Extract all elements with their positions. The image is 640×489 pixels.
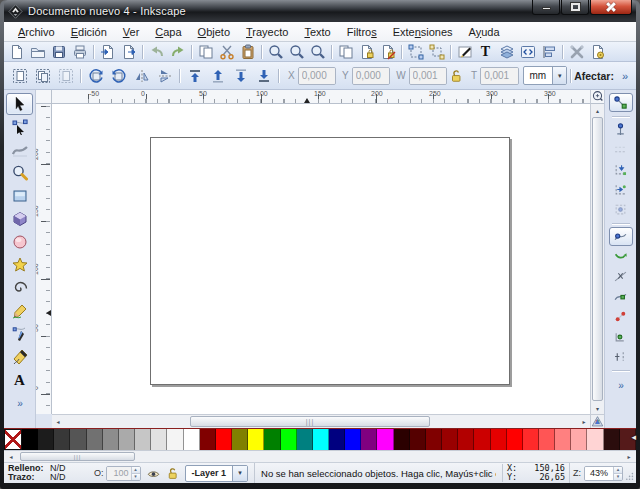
palette-swatch[interactable] [313,429,329,450]
menu-filtros[interactable]: Filtros [339,24,385,40]
import-button[interactable] [97,43,118,61]
snap-bounding-box-button[interactable] [609,120,633,139]
palette-swatch[interactable] [377,429,393,450]
vertical-ruler[interactable]: 200 150 100 50 0 [36,104,52,414]
snap-bbox-centers-button[interactable] [609,200,633,219]
scroll-left-icon[interactable]: ◂ [52,415,64,428]
maximize-button[interactable] [561,0,589,15]
palette-swatch[interactable] [87,429,103,450]
palette-swatch[interactable] [555,429,571,450]
opacity-spin-buttons[interactable]: ▴▾ [131,467,140,480]
menu-extensiones[interactable]: Extensiones [385,24,461,40]
palette-swatch[interactable] [135,429,151,450]
palette-swatch[interactable] [119,429,135,450]
palette-scroll-icon[interactable]: ◂ [631,432,636,442]
toolbox-overflow-button[interactable]: » [17,398,22,409]
select-all-layers-button[interactable] [31,65,54,87]
select-all-button[interactable] [8,65,31,87]
snap-smooth-nodes-button[interactable] [609,307,633,326]
palette-swatch[interactable] [604,429,620,450]
align-distribute-button[interactable] [538,43,559,61]
scroll-up-icon[interactable]: ▴ [591,104,604,116]
palette-swatch[interactable] [474,429,490,450]
duplicate-button[interactable] [335,43,356,61]
tool-text[interactable]: A [6,369,33,391]
flip-horizontal-button[interactable] [130,65,153,87]
palette-scroll-left-icon[interactable]: ◂ [4,451,18,462]
deselect-button[interactable] [54,65,77,87]
snap-paths-button[interactable] [609,247,633,266]
tool-calligraphy[interactable] [6,346,33,368]
group-button[interactable] [405,43,426,61]
tool-tweak[interactable] [6,139,33,161]
undo-button[interactable] [146,43,167,61]
export-button[interactable] [118,43,139,61]
tool-node-editor[interactable] [6,116,33,138]
snap-nodes-button[interactable] [609,227,633,246]
lower-button[interactable] [229,65,252,87]
vertical-scrollbar[interactable]: ▴ ▾ [590,104,604,414]
text-dialog-button[interactable]: T [475,43,496,61]
layers-dialog-button[interactable] [496,43,517,61]
tool-3d-box[interactable] [6,208,33,230]
layer-selector[interactable]: -Layer 1 ▾ [185,465,249,482]
palette-swatch[interactable] [103,429,119,450]
lower-to-bottom-button[interactable] [252,65,275,87]
horizontal-scrollbar-thumb[interactable]: ||| [190,416,430,427]
vertical-scrollbar-thumb[interactable] [592,117,603,401]
snap-bbox-edges-button[interactable] [609,140,633,159]
copy-button[interactable] [195,43,216,61]
tool-zoom[interactable] [6,162,33,184]
preferences-button[interactable] [566,43,587,61]
palette-swatch[interactable] [264,429,280,450]
menu-capa[interactable]: Capa [147,24,189,40]
create-clone-button[interactable] [356,43,377,61]
menu-archivo[interactable]: Archivo [10,24,63,40]
snap-object-centers-button[interactable] [609,347,633,366]
palette-swatch[interactable] [507,429,523,450]
save-button[interactable] [48,43,69,61]
print-button[interactable] [69,43,90,61]
palette-swatch[interactable] [361,429,377,450]
horizontal-ruler[interactable]: -50 0 50 100 150 200 250 300 350 [52,90,590,104]
color-management-corner[interactable] [590,414,604,428]
menu-ayuda[interactable]: Ayuda [461,24,508,40]
palette-swatch[interactable] [70,429,86,450]
menu-texto[interactable]: Texto [296,24,338,40]
paste-button[interactable] [237,43,258,61]
rotate-cw-button[interactable] [107,65,130,87]
palette-swatch[interactable] [571,429,587,450]
snap-path-intersections-button[interactable] [609,267,633,286]
tool-star[interactable] [6,254,33,276]
raise-button[interactable] [206,65,229,87]
rotate-ccw-button[interactable] [84,65,107,87]
fill-stroke-dialog-button[interactable] [454,43,475,61]
palette-swatch[interactable] [587,429,603,450]
open-button[interactable] [27,43,48,61]
palette-swatch[interactable] [232,429,248,450]
zoom-spin-buttons[interactable]: ▴▾ [613,467,622,480]
zoom-drawing-button[interactable] [286,43,307,61]
palette-swatch[interactable] [38,429,54,450]
palette-swatch[interactable] [539,429,555,450]
snap-bbox-edge-midpoints-button[interactable] [609,180,633,199]
palette-swatch[interactable] [442,429,458,450]
palette-swatch[interactable] [491,429,507,450]
palette-swatch[interactable] [216,429,232,450]
palette-scrollbar[interactable]: ◂ ||| ▸ [4,450,636,462]
redo-button[interactable] [167,43,188,61]
snap-cusp-nodes-button[interactable] [609,287,633,306]
palette-swatch[interactable] [297,429,313,450]
palette-swatch[interactable] [22,429,38,450]
tool-bezier[interactable] [6,323,33,345]
ungroup-button[interactable] [426,43,447,61]
palette-swatch[interactable] [167,429,183,450]
palette-swatch[interactable] [394,429,410,450]
toolbar-overflow-button[interactable]: » [622,70,628,82]
palette-swatch[interactable] [458,429,474,450]
snap-toolbar-overflow-button[interactable]: » [618,380,623,391]
palette-swatch[interactable] [345,429,361,450]
flip-vertical-button[interactable] [153,65,176,87]
palette-swatch[interactable] [184,429,200,450]
units-dropdown[interactable]: mm ▾ [523,66,568,85]
